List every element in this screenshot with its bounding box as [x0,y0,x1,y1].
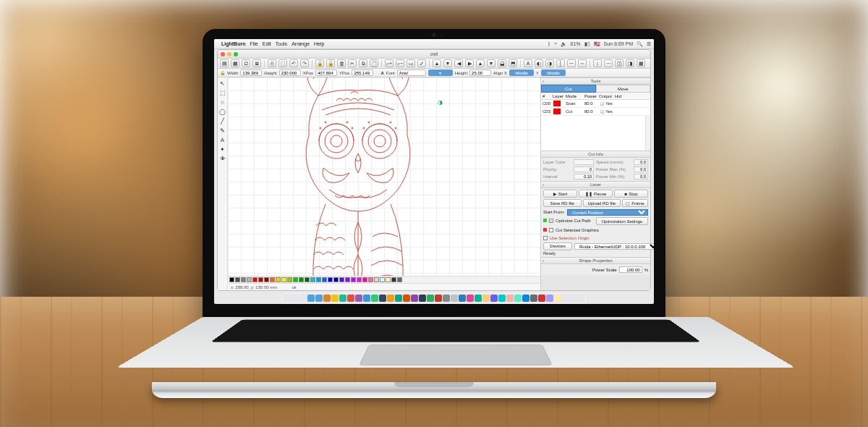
toolbar-button-18[interactable]: ▲ [433,59,441,67]
swatch-26[interactable] [380,277,385,282]
collapse-icon[interactable]: ‹ [542,79,544,84]
swatch-3[interactable] [247,277,252,282]
swatch-15[interactable] [316,277,321,282]
swatch-12[interactable] [299,277,304,282]
swatch-27[interactable] [386,277,391,282]
stop-button[interactable]: ■Stop [614,190,648,198]
toolbar-button-31[interactable]: ↔ [578,59,587,67]
frame-button[interactable]: ▢Frame [622,199,648,207]
toolbar-button-19[interactable]: ▼ [443,59,452,67]
speed-input[interactable] [634,159,648,165]
dock-app-2[interactable] [323,295,331,302]
toolbar-button-0[interactable]: ▤ [220,59,229,67]
toolbar-button-25[interactable]: ⬒ [509,59,517,67]
cut-selected-checkbox[interactable] [549,228,553,232]
height2-input[interactable] [469,69,491,76]
toolbar-button-23[interactable]: ▼ [487,59,495,67]
toolbar-button-17[interactable]: ⤢ [417,59,426,67]
toolbar-button-21[interactable]: ▶ [465,59,474,67]
toolbar-button-14[interactable]: ⌕+ [385,59,393,67]
menu-help[interactable]: Help [314,41,324,46]
tool-4[interactable]: ╱ [219,117,226,124]
dock-app-5[interactable] [347,295,354,302]
toolbar-button-26[interactable]: A [524,59,532,67]
dock-app-17[interactable] [443,295,450,302]
swatch-25[interactable] [374,277,379,282]
layer-scrollbar[interactable] [645,116,650,151]
window-minimize-button[interactable] [227,52,231,56]
swatch-9[interactable] [281,277,286,282]
swatch-16[interactable] [322,277,327,282]
wifi-icon[interactable]: ⌔ [554,41,557,46]
dock-app-1[interactable] [315,295,323,302]
power-max-input[interactable] [634,166,648,172]
dock-app-12[interactable] [403,295,410,302]
toolbar-button-29[interactable]: │ [556,59,565,67]
toolbar-button-22[interactable]: ▲ [476,59,485,67]
xpos-input[interactable] [315,69,337,76]
swatch-4[interactable] [252,277,258,282]
swatch-8[interactable] [276,277,281,282]
toolbar-button-24[interactable]: ⬓ [498,59,506,67]
alignx-select[interactable]: Middle [509,69,534,76]
swatch-5[interactable] [258,277,263,282]
toolbar-button-27[interactable]: ◐ [535,59,543,67]
dock-app-15[interactable] [427,295,434,302]
swatch-20[interactable] [345,277,350,282]
toolbar-button-28[interactable]: ◑ [545,59,554,67]
swatch-7[interactable] [270,277,275,282]
menu-arrange[interactable]: Arrange [292,41,310,46]
clock[interactable]: Sun 8:09 PM [604,41,633,46]
dock-app-19[interactable] [459,295,466,302]
app-name[interactable]: LightBurn [221,41,245,46]
collapse-icon[interactable]: ‹ [542,182,544,187]
toolbar-button-34[interactable]: ◫ [615,59,624,67]
layer-row[interactable]: C03Cut80.0☑ Yes [541,108,650,116]
dock-app-6[interactable] [355,295,362,302]
tool-2[interactable]: ○ [219,98,226,106]
swatch-14[interactable] [310,277,315,282]
toolbar-button-32[interactable]: ↕ [593,59,602,67]
tool-0[interactable]: ↖ [219,80,226,87]
start-from-select[interactable]: Current Position [567,209,648,216]
swatch-13[interactable] [305,277,310,282]
toolbar-button-10[interactable]: 🗑 [337,59,346,67]
notification-icon[interactable]: ☰ [647,41,651,47]
dock-app-25[interactable] [506,295,514,302]
devices-button[interactable]: Devices [543,242,572,250]
collapse-icon[interactable]: ‹ [542,258,544,263]
window-close-button[interactable] [221,52,225,56]
toolbar-button-9[interactable]: 🔓 [326,59,335,67]
menu-edit[interactable]: Edit [263,41,271,46]
tool-7[interactable]: ✦ [219,145,226,153]
dock-app-11[interactable] [395,295,402,302]
dock-app-20[interactable] [467,295,474,302]
dock-app-7[interactable] [363,295,370,302]
toolbar-button-5[interactable]: ⬚ [278,59,287,67]
dock-app-22[interactable] [482,295,490,302]
window-maximize-button[interactable] [234,52,238,56]
optimization-settings-button[interactable]: Optimization Settings [596,217,649,225]
dock-app-28[interactable] [530,295,537,302]
tool-6[interactable]: A [219,136,226,143]
dock-app-18[interactable] [451,295,458,302]
toolbar-button-30[interactable]: ─ [567,59,576,67]
toolbar-button-20[interactable]: ◀ [454,59,463,67]
dock-app-24[interactable] [498,295,506,302]
dock-app-29[interactable] [538,295,545,302]
dock-app-16[interactable] [435,295,442,302]
volume-icon[interactable]: 🔈 [561,41,567,47]
optimize-checkbox[interactable] [549,219,553,223]
layer-color-input[interactable] [574,159,594,165]
width-input[interactable] [240,69,262,76]
height-input[interactable] [279,69,301,76]
font-select[interactable] [397,69,426,76]
dock-app-23[interactable] [490,295,498,302]
tool-8[interactable]: 👁 [219,155,226,162]
toolbar-button-12[interactable]: ⧉ [359,59,367,67]
dock-app-3[interactable] [331,295,339,302]
swatch-17[interactable] [328,277,333,282]
swatch-2[interactable] [241,277,246,282]
swatch-22[interactable] [357,277,362,282]
tab-cut[interactable]: Cut [541,85,596,93]
